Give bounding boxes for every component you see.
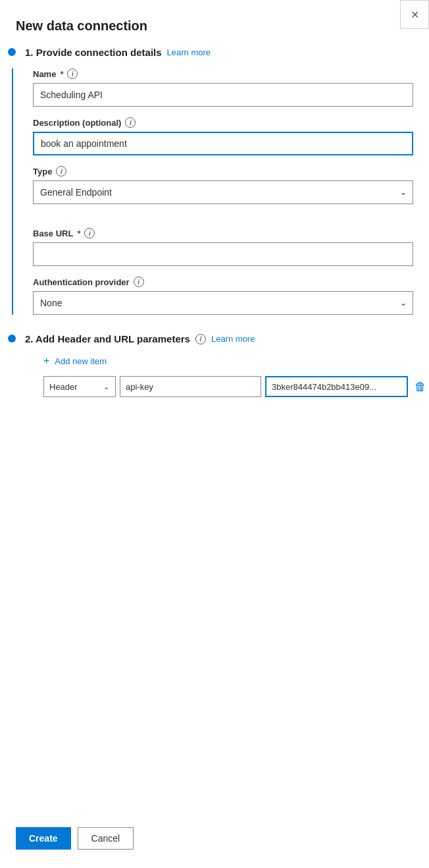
base-url-info-icon: i [84,228,95,238]
base-url-label: Base URL * i [33,228,413,238]
step1-dot [8,48,16,56]
description-input[interactable] [33,132,413,155]
step2-title: 2. Add Header and URL parameters [25,333,190,344]
name-group: Name * i [33,68,413,107]
add-new-label: Add new item [55,356,107,366]
param-delete-button[interactable]: 🗑 [412,377,429,396]
step2-section: 2. Add Header and URL parameters i Learn… [12,333,429,397]
name-input[interactable] [33,83,413,107]
type-group: Type i General Endpoint OData REST ⌄ [33,166,413,204]
panel-title: New data connection [0,0,429,47]
description-label: Description (optional) i [33,117,413,128]
param-value-input[interactable] [265,376,408,397]
step1-title: 1. Provide connection details [25,47,162,58]
close-button[interactable]: ✕ [400,0,429,29]
type-select[interactable]: General Endpoint OData REST [33,180,413,204]
step1-section: 1. Provide connection details Learn more… [12,47,429,315]
type-info-icon: i [56,166,66,176]
description-group: Description (optional) i [33,117,413,155]
name-label: Name * i [33,68,413,79]
close-icon: ✕ [411,9,419,21]
delete-icon: 🗑 [415,380,426,394]
step2-learn-more[interactable]: Learn more [211,334,255,344]
cancel-button[interactable]: Cancel [78,827,134,850]
step1-learn-more[interactable]: Learn more [167,47,211,57]
param-type-select[interactable]: Header Query [43,376,116,397]
param-key-input[interactable] [120,376,261,397]
description-info-icon: i [125,117,136,128]
footer-buttons: Create Cancel [16,827,134,850]
plus-icon: + [43,355,49,367]
base-url-group: Base URL * i [33,228,413,266]
param-type-wrapper: Header Query ⌄ [43,376,116,397]
auth-info-icon: i [134,277,144,287]
step2-info-icon: i [195,334,206,344]
step2-dot [8,335,16,342]
step1-content: Name * i Description (optional) i Type i… [12,68,429,315]
auth-group: Authentication provider i None Basic OAu… [33,277,413,315]
auth-select-wrapper: None Basic OAuth 2.0 ⌄ [33,291,413,315]
base-url-input[interactable] [33,242,413,266]
name-required: * [60,69,63,79]
auth-label: Authentication provider i [33,277,413,287]
base-url-required: * [77,229,80,238]
type-label: Type i [33,166,413,176]
create-button[interactable]: Create [16,827,71,850]
name-info-icon: i [67,68,78,79]
step2-header: 2. Add Header and URL parameters i Learn… [12,333,429,344]
step1-header: 1. Provide connection details Learn more [12,47,429,58]
auth-select[interactable]: None Basic OAuth 2.0 [33,291,413,315]
type-select-wrapper: General Endpoint OData REST ⌄ [33,180,413,204]
param-row: Header Query ⌄ 🗑 [43,376,429,397]
add-new-item-button[interactable]: + Add new item [43,355,429,367]
